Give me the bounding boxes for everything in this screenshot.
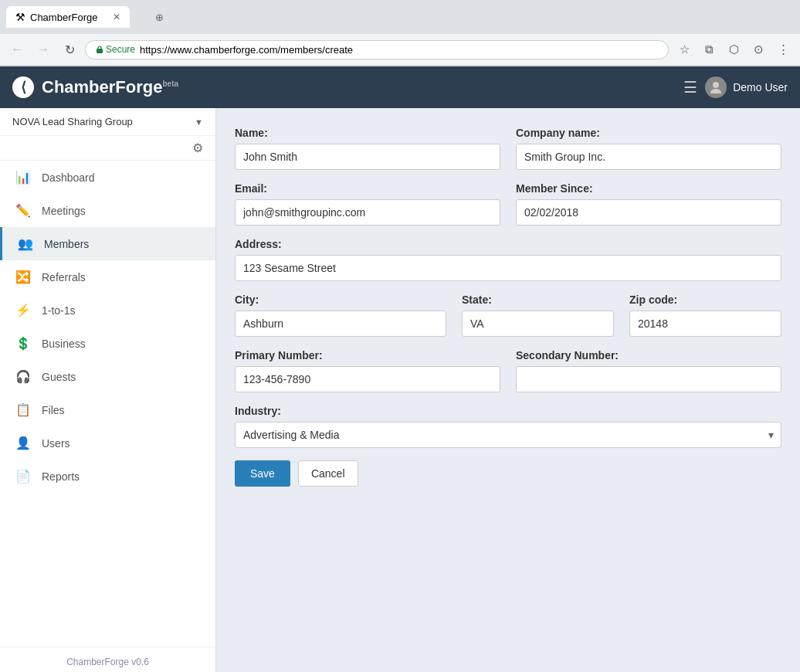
- sidebar-item-label: Reports: [42, 470, 80, 483]
- email-label: Email:: [235, 182, 500, 195]
- address-row: Address:: [235, 238, 781, 281]
- inactive-tab[interactable]: ⊕: [136, 5, 182, 29]
- browser-titlebar: ⚒ ChamberForge ✕ ⊕: [0, 0, 800, 34]
- sidebar-item-referrals[interactable]: 🔀 Referrals: [0, 260, 215, 294]
- industry-row: Industry: Advertising & Media Architectu…: [235, 405, 781, 448]
- primary-number-input[interactable]: [235, 366, 500, 392]
- 1to1s-icon: ⚡: [15, 303, 31, 317]
- meetings-icon: ✏️: [15, 203, 31, 218]
- save-button[interactable]: Save: [235, 460, 290, 487]
- brand-name: ChamberForgebeta: [42, 77, 178, 97]
- menu-button[interactable]: ⋮: [772, 39, 794, 60]
- zip-field: Zip code:: [629, 294, 781, 337]
- window-button[interactable]: ⧉: [698, 39, 720, 60]
- url-display: https://www.chamberforge.com/members/cre…: [140, 44, 353, 56]
- city-input[interactable]: [235, 311, 446, 337]
- form-actions: Save Cancel: [235, 460, 781, 487]
- browser-action-buttons: ☆ ⧉ ⬡ ⊙ ⋮: [673, 39, 794, 60]
- sidebar-nav: 📊 Dashboard ✏️ Meetings 👥 Members 🔀 Refe…: [0, 161, 215, 647]
- screenshot-button[interactable]: ⊙: [747, 39, 769, 60]
- browser-toolbar: ← → ↻ Secure https://www.chamberforge.co…: [0, 34, 800, 66]
- name-input[interactable]: [235, 144, 500, 170]
- company-input[interactable]: [516, 144, 781, 170]
- address-field: Address:: [235, 238, 781, 281]
- city-state-zip-row: City: State: Zip code:: [235, 294, 781, 337]
- email-membersince-row: Email: Member Since:: [235, 182, 781, 226]
- sidebar-item-guests[interactable]: 🎧 Guests: [0, 360, 215, 393]
- sidebar-settings-row: ⚙: [0, 136, 215, 161]
- member-since-field: Member Since:: [516, 182, 781, 226]
- company-field: Company name:: [516, 127, 781, 170]
- sidebar-item-users[interactable]: 👤 Users: [0, 426, 215, 460]
- industry-select[interactable]: Advertising & Media Architecture & Desig…: [235, 422, 781, 448]
- back-button[interactable]: ←: [6, 39, 28, 60]
- referrals-icon: 🔀: [15, 270, 31, 284]
- email-input[interactable]: [235, 199, 500, 226]
- sidebar-item-label: Guests: [42, 371, 76, 383]
- sidebar-item-label: Members: [44, 238, 89, 250]
- address-input[interactable]: [235, 255, 781, 281]
- sidebar-item-label: Meetings: [42, 205, 86, 217]
- app-wrapper: ChamberForgebeta ☰ Demo User NOVA Lead S…: [0, 66, 800, 672]
- content-area: Name: Company name: Email: Memb: [216, 108, 800, 672]
- beta-badge: beta: [162, 80, 178, 88]
- sidebar-item-members[interactable]: 👥 Members: [0, 227, 215, 260]
- industry-select-wrapper: Advertising & Media Architecture & Desig…: [235, 422, 781, 448]
- sidebar-item-dashboard[interactable]: 📊 Dashboard: [0, 161, 215, 194]
- sidebar-item-files[interactable]: 📋 Files: [0, 393, 215, 426]
- state-input[interactable]: [462, 311, 614, 337]
- company-label: Company name:: [516, 127, 781, 139]
- tab-close-button[interactable]: ✕: [113, 12, 120, 22]
- business-icon: 💲: [15, 336, 31, 351]
- industry-field: Industry: Advertising & Media Architectu…: [235, 405, 781, 448]
- secondary-number-input[interactable]: [516, 366, 781, 392]
- state-label: State:: [462, 294, 614, 306]
- topnav: ChamberForgebeta ☰ Demo User: [0, 66, 800, 108]
- sidebar-item-1to1s[interactable]: ⚡ 1-to-1s: [0, 294, 215, 327]
- dashboard-icon: 📊: [15, 170, 31, 185]
- city-field: City:: [235, 294, 446, 337]
- name-label: Name:: [235, 127, 500, 139]
- primary-number-label: Primary Number:: [235, 349, 500, 361]
- zip-label: Zip code:: [629, 294, 781, 306]
- sidebar-item-label: 1-to-1s: [42, 304, 76, 317]
- sidebar: NOVA Lead Sharing Group ▼ ⚙ 📊 Dashboard …: [0, 108, 216, 672]
- group-name: NOVA Lead Sharing Group: [12, 116, 133, 127]
- browser-chrome: ⚒ ChamberForge ✕ ⊕ ← → ↻ Secure https://…: [0, 0, 800, 66]
- active-tab[interactable]: ⚒ ChamberForge ✕: [6, 6, 130, 28]
- sidebar-item-label: Referrals: [42, 271, 86, 283]
- bookmark-button[interactable]: ☆: [673, 39, 695, 60]
- forward-button[interactable]: →: [32, 39, 54, 60]
- tab-favicon: ⚒: [15, 11, 25, 23]
- avatar: [705, 76, 727, 98]
- zip-input[interactable]: [629, 311, 781, 337]
- sidebar-group-header[interactable]: NOVA Lead Sharing Group ▼: [0, 108, 215, 136]
- extensions-button[interactable]: ⬡: [723, 39, 744, 60]
- name-field: Name:: [235, 127, 500, 170]
- user-menu-button[interactable]: Demo User: [705, 76, 788, 98]
- reload-button[interactable]: ↻: [59, 39, 80, 60]
- hamburger-menu-button[interactable]: ☰: [676, 78, 705, 97]
- member-form: Name: Company name: Email: Memb: [235, 127, 781, 487]
- svg-rect-0: [97, 49, 103, 53]
- guests-icon: 🎧: [15, 369, 31, 384]
- sidebar-item-label: Users: [42, 437, 70, 450]
- members-icon: 👥: [18, 236, 33, 251]
- address-label: Address:: [235, 238, 781, 250]
- main-layout: NOVA Lead Sharing Group ▼ ⚙ 📊 Dashboard …: [0, 108, 800, 672]
- secondary-number-label: Secondary Number:: [516, 349, 781, 361]
- sidebar-item-meetings[interactable]: ✏️ Meetings: [0, 194, 215, 227]
- sidebar-item-reports[interactable]: 📄 Reports: [0, 460, 215, 493]
- state-field: State:: [462, 294, 614, 337]
- name-company-row: Name: Company name:: [235, 127, 781, 170]
- member-since-input[interactable]: [516, 199, 781, 226]
- settings-icon[interactable]: ⚙: [192, 141, 203, 155]
- phone-row: Primary Number: Secondary Number:: [235, 349, 781, 392]
- cancel-button[interactable]: Cancel: [298, 460, 358, 487]
- brand: ChamberForgebeta: [12, 76, 676, 98]
- address-bar[interactable]: Secure https://www.chamberforge.com/memb…: [85, 40, 669, 59]
- primary-number-field: Primary Number:: [235, 349, 500, 392]
- sidebar-item-business[interactable]: 💲 Business: [0, 327, 215, 360]
- reports-icon: 📄: [15, 469, 31, 484]
- svg-point-1: [713, 82, 719, 88]
